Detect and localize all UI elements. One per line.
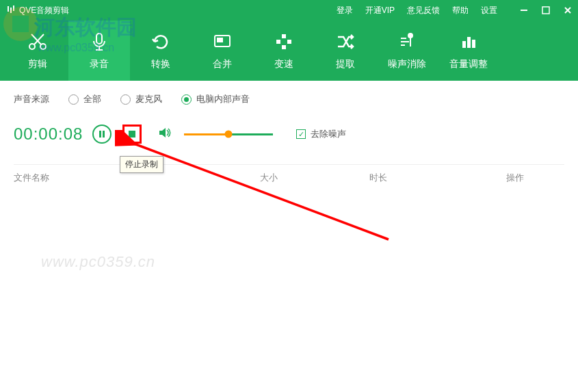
svg-rect-8 [96,34,102,44]
radio-circle-icon [120,94,131,105]
link-help[interactable]: 帮助 [452,5,469,16]
link-settings[interactable]: 设置 [481,5,497,16]
checkbox-icon: ✓ [296,129,306,139]
svg-rect-5 [542,7,549,14]
radio-circle-icon [68,94,79,105]
col-filename: 文件名称 [14,172,260,184]
svg-point-6 [29,44,35,49]
col-action: 操作 [506,172,564,184]
svg-rect-11 [282,34,286,38]
svg-rect-10 [218,38,222,42]
svg-rect-20 [103,131,105,138]
col-size: 大小 [260,172,369,184]
app-icon [5,5,16,16]
denoise-checkbox[interactable]: ✓ 去除噪声 [296,128,346,140]
svg-rect-13 [287,40,291,44]
bars-icon [458,31,480,53]
svg-rect-18 [472,40,475,48]
file-table-header: 文件名称 大小 时长 操作 [14,164,564,191]
recording-timer: 00:00:08 [14,125,83,144]
stop-button[interactable] [122,125,142,144]
tool-convert[interactable]: 转换 [130,21,192,81]
recording-controls: 00:00:08 ✓ 去除噪声 [14,125,564,144]
svg-point-7 [40,44,46,49]
app-title: QVE音频剪辑 [19,5,69,16]
close-button[interactable] [563,5,573,15]
stop-icon [129,131,135,138]
watermark-url: www.pc0359.cn [41,253,155,271]
minimize-button[interactable] [519,5,529,15]
noise-icon [396,31,418,53]
svg-rect-17 [467,37,471,48]
titlebar: QVE音频剪辑 登录 开通VIP 意见反馈 帮助 设置 [0,0,578,21]
link-feedback[interactable]: 意见反馈 [407,5,440,16]
source-label: 声音来源 [14,93,49,105]
radio-system-audio[interactable]: 电脑内部声音 [181,93,250,105]
col-duration: 时长 [369,172,506,184]
pause-button[interactable] [92,125,111,144]
shuffle-icon [334,31,356,53]
svg-rect-19 [99,131,101,138]
svg-rect-12 [276,40,280,44]
pause-icon [98,130,106,138]
svg-point-15 [408,34,412,38]
merge-icon [211,31,233,53]
tool-record[interactable]: 录音 [68,21,130,81]
volume-thumb[interactable] [225,131,233,138]
radio-all[interactable]: 全部 [68,93,101,105]
svg-rect-16 [462,41,466,48]
tool-denoise[interactable]: 噪声消除 [376,21,438,81]
volume-icon [158,127,172,142]
radio-circle-icon [181,94,192,105]
tool-speed[interactable]: 变速 [253,21,315,81]
refresh-icon [150,31,172,53]
mic-icon [88,31,110,53]
audio-source-row: 声音来源 全部 麦克风 电脑内部声音 [14,93,564,105]
maximize-button[interactable] [541,5,551,15]
volume-slider[interactable] [184,133,273,135]
tool-extract[interactable]: 提取 [315,21,376,81]
tool-merge[interactable]: 合并 [192,21,253,81]
tool-volume[interactable]: 音量调整 [438,21,499,81]
svg-rect-14 [282,45,286,49]
stop-tooltip: 停止录制 [120,156,163,173]
speed-icon [273,31,295,53]
main-toolbar: 剪辑 录音 转换 合并 变速 提取 噪声消除 [0,21,578,81]
scissors-icon [27,31,49,53]
tool-clip[interactable]: 剪辑 [7,21,68,81]
link-vip[interactable]: 开通VIP [365,5,395,16]
radio-microphone[interactable]: 麦克风 [120,93,162,105]
link-login[interactable]: 登录 [337,5,353,16]
content-area: 声音来源 全部 麦克风 电脑内部声音 00:00:08 ✓ 去除噪声 [0,81,578,203]
